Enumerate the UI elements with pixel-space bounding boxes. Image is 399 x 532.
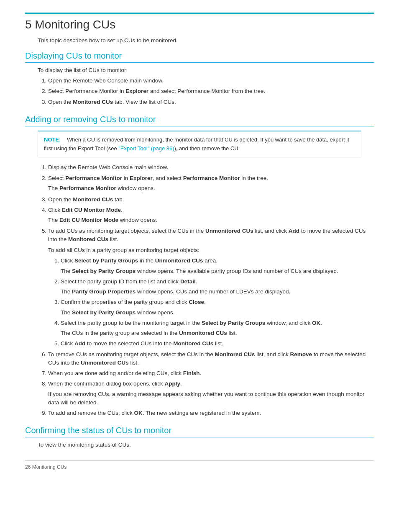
note-link[interactable]: "Export Tool" (page 86) — [118, 145, 174, 152]
note-box: NOTE: When a CU is removed from monitori… — [38, 131, 361, 158]
sub-step-2-para: The Parity Group Properties window opens… — [61, 288, 374, 296]
page-intro: This topic describes how to set up CUs t… — [38, 37, 374, 44]
adding-step-5-sub-intro: To add all CUs in a parity group as moni… — [48, 246, 374, 254]
sub-step-4: Select the parity group to be the monito… — [61, 319, 374, 338]
section-displaying-intro: To display the list of CUs to monitor: — [38, 67, 374, 73]
adding-steps-list: Display the Remote Web Console main wind… — [48, 163, 374, 417]
adding-step-8: When the confirmation dialog box opens, … — [48, 380, 374, 407]
adding-step-3: Open the Monitored CUs tab. — [48, 195, 374, 204]
sub-step-3-para: The Select by Parity Groups window opens… — [61, 308, 374, 317]
section-displaying-title: Displaying CUs to monitor — [25, 51, 374, 63]
note-text2: ), and then remove the CU. — [174, 145, 240, 152]
sub-step-1: Click Select by Parity Groups in the Unm… — [61, 257, 374, 275]
adding-step-5-sub-list: Click Select by Parity Groups in the Unm… — [61, 257, 374, 348]
adding-step-2: Select Performance Monitor in Explorer, … — [48, 174, 374, 193]
displaying-step-1: Open the Remote Web Console main window. — [48, 77, 374, 85]
displaying-steps-list: Open the Remote Web Console main window.… — [48, 77, 374, 106]
adding-step-5: To add CUs as monitoring target objects,… — [48, 227, 374, 348]
sub-step-5: Click Add to move the selected CUs into … — [61, 339, 374, 348]
adding-step-2-para: The Performance Monitor window opens. — [48, 184, 374, 193]
sub-step-1-para: The Select by Parity Groups window opens… — [61, 267, 374, 275]
sub-step-2: Select the parity group ID from the list… — [61, 278, 374, 296]
sub-step-3: Confirm the properties of the parity gro… — [61, 298, 374, 317]
section-confirming-title: Confirming the status of CUs to monitor — [25, 426, 374, 437]
adding-step-9: To add and remove the CUs, click OK. The… — [48, 409, 374, 417]
adding-step-4-para: The Edit CU Monitor Mode window opens. — [48, 216, 374, 224]
section-confirming-intro: To view the monitoring status of CUs: — [38, 442, 374, 448]
footer: 26 Monitoring CUs — [25, 460, 374, 470]
footer-text: 26 Monitoring CUs — [25, 464, 66, 470]
page-title: 5 Monitoring CUs — [25, 13, 374, 31]
section-confirming: Confirming the status of CUs to monitor … — [25, 426, 374, 448]
note-label: NOTE: — [44, 136, 61, 143]
adding-step-8-para: If you are removing CUs, a warning messa… — [48, 390, 374, 407]
section-adding-title: Adding or removing CUs to monitor — [25, 115, 374, 126]
adding-step-6: To remove CUs as monitoring target objec… — [48, 350, 374, 368]
section-displaying: Displaying CUs to monitor To display the… — [25, 51, 374, 106]
adding-step-4: Click Edit CU Monitor Mode. The Edit CU … — [48, 206, 374, 225]
section-adding: Adding or removing CUs to monitor NOTE: … — [25, 115, 374, 418]
displaying-step-3: Open the Monitored CUs tab. View the lis… — [48, 98, 374, 106]
displaying-step-2: Select Performance Monitor in Explorer a… — [48, 87, 374, 95]
sub-step-4-para: The CUs in the parity group are selected… — [61, 329, 374, 337]
adding-step-1: Display the Remote Web Console main wind… — [48, 163, 374, 172]
adding-step-7: When you are done adding and/or deleting… — [48, 369, 374, 378]
